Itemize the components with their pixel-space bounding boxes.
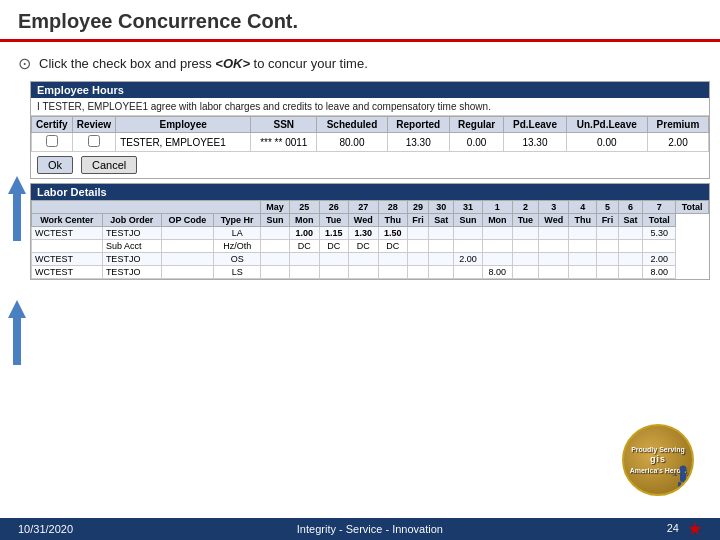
- fri-header: Fri: [407, 214, 429, 227]
- wc-4: WCTEST: [32, 266, 103, 279]
- mon-4: [289, 266, 319, 279]
- wed2-2: [539, 240, 569, 253]
- sat-header: Sat: [429, 214, 454, 227]
- svg-rect-4: [678, 482, 681, 489]
- jo-header: Job Order: [102, 214, 161, 227]
- mon-header: Mon: [289, 214, 319, 227]
- thu-4: [378, 266, 407, 279]
- day-3: 3: [539, 201, 569, 214]
- op-2: [161, 240, 214, 253]
- employee-ssn: *** ** 0011: [251, 133, 317, 152]
- footer: 10/31/2020 Integrity - Service - Innovat…: [0, 518, 720, 540]
- sat-2: [429, 240, 454, 253]
- day-29: 29: [407, 201, 429, 214]
- mon-3: [289, 253, 319, 266]
- fri2-4: [597, 266, 619, 279]
- agree-text: I TESTER, EMPLOYEE1 agree with labor cha…: [31, 98, 709, 116]
- svg-marker-7: [686, 473, 690, 476]
- op-4: [161, 266, 214, 279]
- sun2-1: [454, 227, 483, 240]
- logo-circle: Proudly Serving gis America's Hero's: [622, 424, 694, 496]
- mon-2: DC: [289, 240, 319, 253]
- col-employee: Employee: [116, 117, 251, 133]
- tue-2: DC: [319, 240, 348, 253]
- mon2-1: [482, 227, 512, 240]
- fri2-1: [597, 227, 619, 240]
- wed2-1: [539, 227, 569, 240]
- mon2-3: [482, 253, 512, 266]
- review-checkbox[interactable]: [88, 135, 100, 147]
- sat-1: [429, 227, 454, 240]
- total-4: 8.00: [643, 266, 676, 279]
- svg-marker-6: [671, 473, 678, 476]
- jo-1: TESTJO: [102, 227, 161, 240]
- wed2-3: [539, 253, 569, 266]
- col-total-header: Total: [676, 201, 709, 214]
- labor-details-header: Labor Details: [31, 184, 709, 200]
- sun-1: [261, 227, 290, 240]
- day-6: 6: [618, 201, 643, 214]
- thu-1: 1.50: [378, 227, 407, 240]
- type-2: Hz/Oth: [214, 240, 261, 253]
- sun-3: [261, 253, 290, 266]
- table-row: WCTEST TESTJO LS 8.00 8.00: [32, 266, 709, 279]
- thu-3: [378, 253, 407, 266]
- col-unpdleave: Un.Pd.Leave: [566, 117, 647, 133]
- col-certify: Certify: [32, 117, 73, 133]
- day-4: 4: [569, 201, 597, 214]
- svg-rect-3: [680, 472, 686, 482]
- sun2-2: [454, 240, 483, 253]
- sat2-2: [618, 240, 643, 253]
- footer-date: 10/31/2020: [18, 523, 73, 535]
- wed-3: [348, 253, 378, 266]
- fri-2: [407, 240, 429, 253]
- thu-header: Thu: [378, 214, 407, 227]
- wc-header: Work Center: [32, 214, 103, 227]
- type-header: Type Hr: [214, 214, 261, 227]
- table-row: TESTER, EMPLOYEE1 *** ** 0011 80.00 13.3…: [32, 133, 709, 152]
- ok-button[interactable]: Ok: [37, 156, 73, 174]
- wc-3: WCTEST: [32, 253, 103, 266]
- type-1: LA: [214, 227, 261, 240]
- day-30: 30: [429, 201, 454, 214]
- unpdleave-val: 0.00: [566, 133, 647, 152]
- mon2-header: Mon: [482, 214, 512, 227]
- review-checkbox-cell[interactable]: [72, 133, 115, 152]
- op-header: OP Code: [161, 214, 214, 227]
- fri-3: [407, 253, 429, 266]
- svg-point-2: [680, 466, 687, 473]
- wed2-4: [539, 266, 569, 279]
- cancel-button[interactable]: Cancel: [81, 156, 137, 174]
- sat-3: [429, 253, 454, 266]
- op-1: [161, 227, 214, 240]
- labor-details-section: Labor Details May 25 26 27 28 29 30 31 1…: [30, 183, 710, 280]
- page-header: Employee Concurrence Cont.: [0, 0, 720, 42]
- thu-2: DC: [378, 240, 407, 253]
- date-header-spacer: [32, 201, 261, 214]
- col-reported: Reported: [387, 117, 449, 133]
- mon-1: 1.00: [289, 227, 319, 240]
- svg-marker-1: [8, 300, 26, 365]
- col-review: Review: [72, 117, 115, 133]
- tue2-4: [512, 266, 538, 279]
- day-5: 5: [597, 201, 619, 214]
- table-row: WCTEST TESTJO LA 1.00 1.15 1.30 1.50 5.3…: [32, 227, 709, 240]
- certify-checkbox[interactable]: [46, 135, 58, 147]
- mon2-4: 8.00: [482, 266, 512, 279]
- tue2-3: [512, 253, 538, 266]
- tue-1: 1.15: [319, 227, 348, 240]
- fri2-2: [597, 240, 619, 253]
- day-27: 27: [348, 201, 378, 214]
- fri2-header: Fri: [597, 214, 619, 227]
- tue-3: [319, 253, 348, 266]
- sun-2: [261, 240, 290, 253]
- regular-val: 0.00: [449, 133, 503, 152]
- footer-center-text: Integrity - Service - Innovation: [73, 523, 667, 535]
- certify-checkbox-cell[interactable]: [32, 133, 73, 152]
- jo-2: Sub Acct: [102, 240, 161, 253]
- sat2-header: Sat: [618, 214, 643, 227]
- wed-4: [348, 266, 378, 279]
- tue-4: [319, 266, 348, 279]
- logo-area: Proudly Serving gis America's Hero's: [622, 424, 702, 504]
- table-row: WCTEST TESTJO OS 2.00 2.00: [32, 253, 709, 266]
